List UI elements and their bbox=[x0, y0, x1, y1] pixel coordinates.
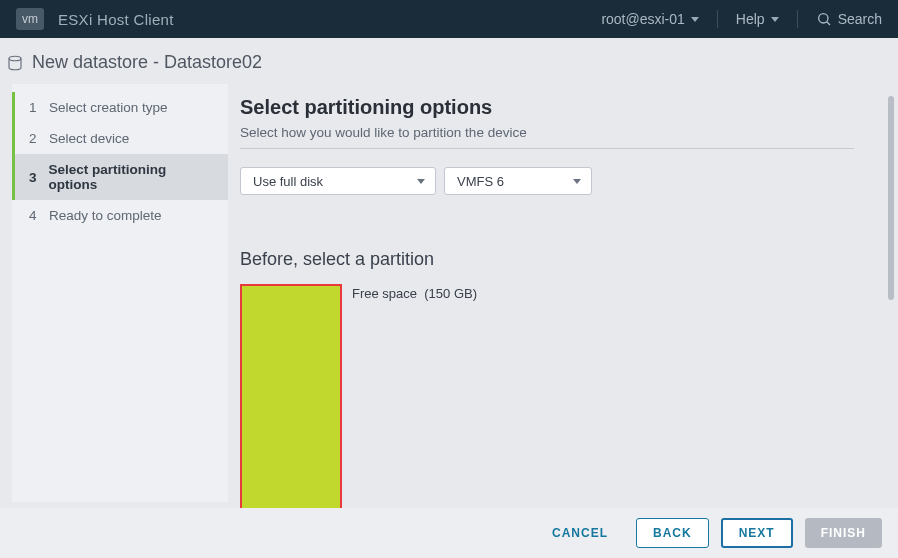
step-label: Select creation type bbox=[49, 100, 168, 115]
finish-button[interactable]: FINISH bbox=[805, 518, 882, 548]
chevron-down-icon bbox=[771, 17, 779, 22]
datastore-icon bbox=[6, 54, 24, 72]
back-button[interactable]: BACK bbox=[636, 518, 709, 548]
step-partitioning-options[interactable]: 3 Select partitioning options bbox=[12, 154, 228, 200]
search-icon bbox=[816, 11, 832, 27]
partition-area: Free space (150 GB) bbox=[240, 284, 862, 536]
dropdown-row: Use full disk VMFS 6 bbox=[240, 167, 862, 195]
next-button[interactable]: NEXT bbox=[721, 518, 793, 548]
step-number: 2 bbox=[29, 131, 49, 146]
topbar-right: root@esxi-01 Help Search bbox=[601, 10, 882, 28]
step-number: 3 bbox=[29, 170, 48, 185]
step-ready-complete[interactable]: 4 Ready to complete bbox=[12, 200, 228, 231]
help-label: Help bbox=[736, 11, 765, 27]
wizard-header: New datastore - Datastore02 bbox=[0, 38, 898, 79]
vmware-logo: vm bbox=[16, 8, 44, 30]
before-partition-title: Before, select a partition bbox=[240, 249, 862, 270]
user-menu[interactable]: root@esxi-01 bbox=[601, 11, 698, 27]
steps-column: 1 Select creation type 2 Select device 3… bbox=[12, 84, 228, 502]
content-subtitle: Select how you would like to partition t… bbox=[240, 125, 862, 140]
step-label: Select partitioning options bbox=[48, 162, 214, 192]
chevron-down-icon bbox=[573, 179, 581, 184]
svg-point-2 bbox=[9, 56, 21, 61]
step-label: Select device bbox=[49, 131, 129, 146]
search-button[interactable]: Search bbox=[816, 11, 882, 27]
top-bar: vm ESXi Host Client root@esxi-01 Help Se… bbox=[0, 0, 898, 38]
partition-size: (150 GB) bbox=[424, 286, 477, 301]
scrollbar[interactable] bbox=[888, 96, 894, 300]
svg-line-1 bbox=[826, 22, 829, 25]
step-select-device[interactable]: 2 Select device bbox=[12, 123, 228, 154]
chevron-down-icon bbox=[691, 17, 699, 22]
partition-label: Free space (150 GB) bbox=[352, 284, 477, 301]
svg-point-0 bbox=[818, 14, 827, 23]
step-number: 4 bbox=[29, 208, 49, 223]
cancel-button[interactable]: CANCEL bbox=[536, 518, 624, 548]
wizard-footer: CANCEL BACK NEXT FINISH bbox=[0, 508, 898, 558]
search-label: Search bbox=[838, 11, 882, 27]
step-label: Ready to complete bbox=[49, 208, 162, 223]
wizard-body: 1 Select creation type 2 Select device 3… bbox=[12, 84, 886, 502]
partition-block-freespace[interactable] bbox=[240, 284, 342, 536]
help-menu[interactable]: Help bbox=[736, 11, 779, 27]
step-number: 1 bbox=[29, 100, 49, 115]
user-label: root@esxi-01 bbox=[601, 11, 684, 27]
content-title: Select partitioning options bbox=[240, 96, 862, 119]
wizard-title: New datastore - Datastore02 bbox=[32, 52, 262, 73]
topbar-divider bbox=[797, 10, 798, 28]
partition-name: Free space bbox=[352, 286, 417, 301]
app-title: ESXi Host Client bbox=[58, 11, 174, 28]
disk-mode-dropdown[interactable]: Use full disk bbox=[240, 167, 436, 195]
divider bbox=[240, 148, 854, 149]
vmfs-version-value: VMFS 6 bbox=[457, 174, 504, 189]
topbar-divider bbox=[717, 10, 718, 28]
step-creation-type[interactable]: 1 Select creation type bbox=[12, 92, 228, 123]
chevron-down-icon bbox=[417, 179, 425, 184]
vmfs-version-dropdown[interactable]: VMFS 6 bbox=[444, 167, 592, 195]
content-column: Select partitioning options Select how y… bbox=[228, 84, 886, 502]
disk-mode-value: Use full disk bbox=[253, 174, 323, 189]
